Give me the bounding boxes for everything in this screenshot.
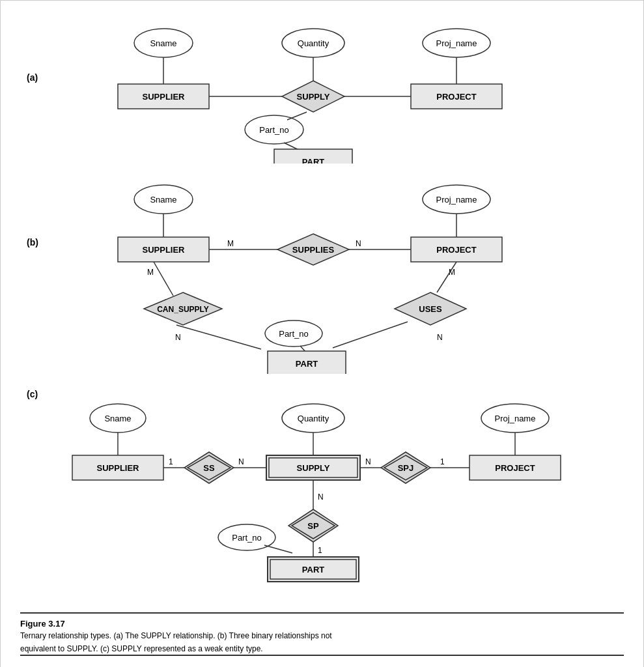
svg-text:N: N	[318, 492, 324, 502]
svg-line-19	[287, 112, 307, 120]
svg-text:Proj_name: Proj_name	[436, 195, 477, 205]
svg-text:PROJECT: PROJECT	[495, 463, 535, 473]
svg-text:N: N	[365, 457, 371, 466]
section-c-label: (c)	[27, 389, 38, 399]
svg-text:1: 1	[169, 457, 173, 466]
svg-text:Part_no: Part_no	[232, 533, 262, 543]
caption-title: Figure 3.17	[20, 619, 624, 629]
svg-line-44	[176, 325, 261, 349]
svg-text:PROJECT: PROJECT	[436, 245, 476, 255]
svg-text:Quantity: Quantity	[298, 414, 329, 423]
svg-text:SUPPLIER: SUPPLIER	[96, 463, 139, 473]
svg-line-46	[437, 262, 456, 292]
svg-text:SUPPLIER: SUPPLIER	[142, 92, 185, 102]
svg-text:Proj_name: Proj_name	[495, 414, 536, 423]
diagram-c-svg: Sname Quantity Proj_name SUPPLIER 1 SS	[53, 382, 613, 604]
svg-text:USES: USES	[419, 304, 442, 314]
svg-line-93	[264, 545, 292, 553]
diagram-b: (b) Sname Proj_name SUPPLIER M SUPPLIES …	[20, 172, 624, 376]
svg-text:N: N	[437, 333, 443, 342]
svg-text:N: N	[238, 457, 244, 466]
svg-text:Part_no: Part_no	[279, 329, 309, 339]
diagram-b-svg: Sname Proj_name SUPPLIER M SUPPLIES N PR…	[53, 172, 613, 374]
svg-text:PROJECT: PROJECT	[436, 92, 476, 102]
svg-text:SS: SS	[203, 463, 215, 473]
page: (a) Sname Quantity Proj_name SUPPLIER	[0, 0, 644, 667]
svg-text:M: M	[227, 239, 234, 248]
svg-text:SUPPLY: SUPPLY	[297, 92, 330, 102]
svg-text:SP: SP	[307, 521, 319, 531]
svg-text:Proj_name: Proj_name	[436, 38, 477, 48]
svg-text:SPJ: SPJ	[398, 463, 414, 473]
svg-line-50	[333, 322, 408, 348]
diagram-c: (c) Sname Quantity Proj_name SUPPLIER 1	[20, 382, 624, 606]
svg-text:PART: PART	[302, 157, 324, 163]
svg-text:Sname: Sname	[150, 195, 176, 205]
caption-text-line1: Ternary relationship types. (a) The SUPP…	[20, 630, 624, 642]
svg-text:CAN_SUPPLY: CAN_SUPPLY	[157, 305, 209, 314]
svg-text:Sname: Sname	[150, 38, 176, 48]
svg-text:1: 1	[318, 546, 322, 555]
svg-text:N: N	[356, 239, 361, 248]
section-a-label: (a)	[27, 72, 38, 83]
svg-text:SUPPLIES: SUPPLIES	[292, 245, 335, 255]
svg-text:SUPPLIER: SUPPLIER	[142, 245, 185, 255]
diagram-a-svg: Sname Quantity Proj_name SUPPLIER SUPPLY	[53, 14, 613, 163]
svg-text:Part_no: Part_no	[259, 125, 289, 135]
svg-line-40	[154, 262, 173, 296]
svg-text:PART: PART	[296, 359, 318, 369]
svg-text:N: N	[175, 333, 181, 342]
svg-text:PART: PART	[302, 565, 324, 575]
svg-text:M: M	[147, 268, 154, 277]
svg-text:Quantity: Quantity	[298, 38, 329, 48]
caption-text-line2: equivalent to SUPPLY. (c) SUPPLY represe…	[20, 643, 624, 655]
svg-text:1: 1	[440, 457, 445, 466]
section-b-label: (b)	[27, 237, 38, 248]
figure-caption: Figure 3.17 Ternary relationship types. …	[20, 612, 624, 655]
diagram-a: (a) Sname Quantity Proj_name SUPPLIER	[20, 14, 624, 165]
svg-text:Sname: Sname	[104, 414, 131, 423]
svg-text:SUPPLY: SUPPLY	[297, 463, 330, 473]
bottom-border	[20, 655, 624, 656]
